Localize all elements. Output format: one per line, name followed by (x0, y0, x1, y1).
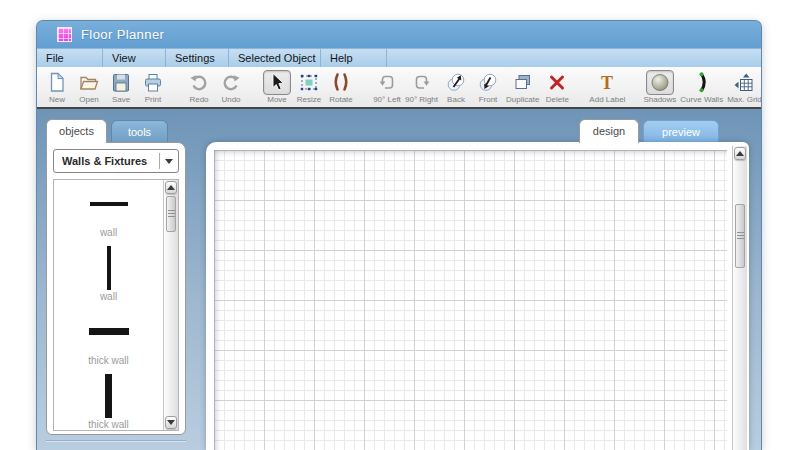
chevron-down-icon (165, 159, 173, 164)
list-item-thick-wall-horizontal[interactable]: thick wall (54, 308, 163, 372)
scroll-down-button[interactable] (165, 416, 177, 429)
front-icon (474, 70, 502, 95)
thumb-grip-icon (737, 232, 744, 240)
rotate-left-icon (373, 70, 401, 95)
rotate-button[interactable]: Rotate (327, 70, 355, 104)
rotate-90-left-button[interactable]: 90° Left (373, 70, 401, 104)
scroll-up-button[interactable] (734, 147, 746, 160)
rotate-icon (327, 70, 355, 95)
duplicate-icon (509, 70, 537, 95)
objects-list-scrollbar[interactable] (163, 180, 178, 430)
objects-list: wall wall thick wall (53, 179, 179, 431)
menu-selected-object[interactable]: Selected Object (229, 49, 321, 67)
redo-button[interactable]: Redo (185, 70, 213, 104)
design-canvas-panel (206, 142, 749, 450)
list-item-wall-vertical[interactable]: wall (54, 244, 163, 308)
wall-horizontal-icon (90, 202, 128, 206)
tab-tools[interactable]: tools (111, 120, 168, 143)
resize-icon (295, 70, 323, 95)
tab-design[interactable]: design (579, 119, 639, 143)
tab-objects[interactable]: objects (46, 119, 107, 143)
objects-panel: Walls & Fixtures wall (46, 142, 186, 435)
menu-bar-filler (387, 49, 761, 67)
rotate-right-icon (408, 70, 436, 95)
print-button[interactable]: Print (139, 70, 167, 104)
thick-wall-horizontal-icon (89, 328, 129, 335)
canvas-scrollbar[interactable] (732, 146, 747, 450)
delete-x-icon (543, 70, 571, 95)
app-window: Floor Planner File View Settings Selecte… (36, 20, 762, 450)
arrow-up-icon (736, 151, 744, 156)
redo-icon (185, 70, 213, 95)
thumb-grip-icon (168, 210, 175, 218)
rotate-90-right-button[interactable]: 90° Right (405, 70, 438, 104)
print-icon (139, 70, 167, 95)
panel-resize-divider[interactable] (46, 440, 186, 442)
undo-icon (217, 70, 245, 95)
scrollbar-thumb[interactable] (166, 196, 176, 232)
app-logo-grid-icon (57, 27, 72, 42)
menu-file[interactable]: File (37, 49, 103, 67)
bring-front-button[interactable]: Front (474, 70, 502, 104)
scroll-up-button[interactable] (165, 181, 177, 194)
wall-horizontal-thumbnail (54, 180, 163, 227)
undo-button[interactable]: Undo (217, 70, 245, 104)
menu-bar: File View Settings Selected Object Help (37, 48, 761, 67)
save-button[interactable]: Save (107, 70, 135, 104)
add-label-button[interactable]: T Add Label (589, 70, 625, 104)
resize-button[interactable]: Resize (295, 70, 323, 104)
category-dropdown[interactable]: Walls & Fixtures (53, 149, 179, 173)
add-label-text-icon: T (593, 70, 621, 95)
title-bar: Floor Planner (37, 21, 761, 48)
save-floppy-icon (107, 70, 135, 95)
open-button[interactable]: Open (75, 70, 103, 104)
move-cursor-icon (263, 70, 291, 95)
move-button[interactable]: Move (263, 70, 291, 104)
new-document-icon (43, 70, 71, 95)
category-dropdown-value: Walls & Fixtures (54, 155, 159, 167)
scrollbar-thumb[interactable] (735, 204, 745, 268)
dropdown-arrow-button[interactable] (160, 159, 178, 164)
wall-vertical-icon (107, 246, 111, 290)
toolbar: New Open Save (37, 67, 761, 109)
max-grid-icon (730, 70, 758, 95)
menu-settings[interactable]: Settings (166, 49, 229, 67)
menu-help[interactable]: Help (321, 49, 387, 67)
menu-view[interactable]: View (103, 49, 166, 67)
arrow-down-icon (167, 420, 175, 425)
list-item-thick-wall-vertical[interactable]: thick wall (54, 372, 163, 430)
curve-walls-icon (688, 70, 716, 95)
workspace: objects tools Walls & Fixtures wall (37, 109, 761, 450)
new-button[interactable]: New (43, 70, 71, 104)
back-icon (442, 70, 470, 95)
svg-text:T: T (601, 73, 613, 93)
delete-button[interactable]: Delete (543, 70, 571, 104)
thick-wall-vertical-thumbnail (54, 372, 163, 419)
tab-preview[interactable]: preview (643, 120, 719, 143)
floor-plan-grid[interactable] (214, 150, 727, 450)
wall-vertical-thumbnail (54, 244, 163, 291)
max-grid-button[interactable]: Max. Grid (727, 70, 762, 104)
shadows-icon (646, 70, 674, 95)
shadows-toggle-button[interactable]: Shadows (643, 70, 676, 104)
objects-list-viewport: wall wall thick wall (54, 180, 163, 430)
open-folder-icon (75, 70, 103, 95)
arrow-up-icon (167, 185, 175, 190)
list-item-wall-horizontal[interactable]: wall (54, 180, 163, 244)
thick-wall-vertical-icon (105, 374, 112, 418)
send-back-button[interactable]: Back (442, 70, 470, 104)
curve-walls-button[interactable]: Curve Walls (680, 70, 723, 104)
app-title: Floor Planner (81, 27, 164, 42)
thick-wall-horizontal-thumbnail (54, 308, 163, 355)
duplicate-button[interactable]: Duplicate (506, 70, 539, 104)
